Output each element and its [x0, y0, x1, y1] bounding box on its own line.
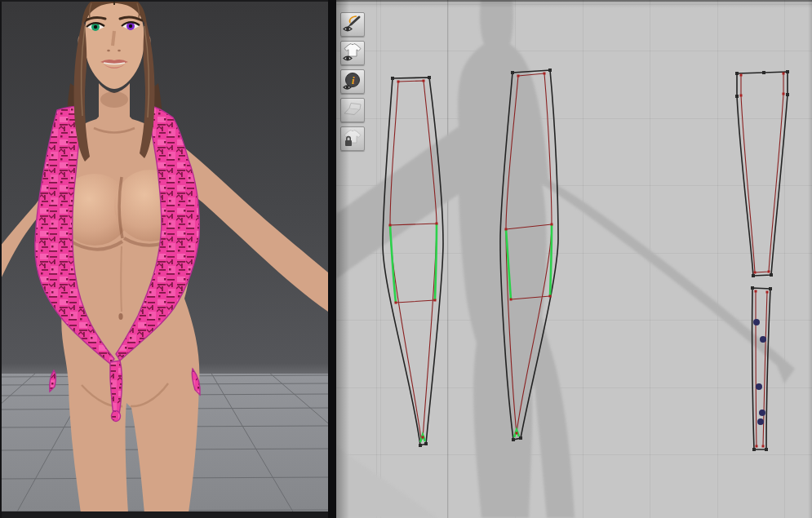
panel-divider[interactable]: [328, 0, 336, 518]
viewport-3d[interactable]: [0, 0, 328, 518]
lock-garment-button[interactable]: [340, 126, 365, 151]
pattern-vertices[interactable]: [391, 69, 789, 451]
pattern-pieces-layer: [336, 0, 812, 518]
avatar-3d-render: [0, 2, 328, 513]
show-pins-button[interactable]: [340, 12, 365, 37]
info-icon: i: [346, 73, 360, 87]
pattern-editor-2d[interactable]: i: [336, 0, 812, 518]
pattern-fold-icon: [344, 104, 361, 115]
eye-icon: [344, 27, 352, 31]
svg-text:i: i: [352, 74, 355, 86]
show-info-button[interactable]: i: [340, 69, 365, 94]
garment-design-app: i: [0, 0, 812, 518]
pattern-piece-button-strip[interactable]: [752, 288, 770, 449]
view-toolbar: i: [340, 12, 365, 151]
internal-line-vertices[interactable]: [389, 73, 785, 448]
show-garment-button[interactable]: [340, 41, 365, 65]
viewport-left-edge: [0, 2, 2, 518]
pattern-piece-left-strap[interactable]: [383, 77, 443, 445]
pin-visibility-icon: [347, 16, 359, 29]
pattern-piece-back-funnel[interactable]: [737, 72, 788, 276]
selected-seam-lines[interactable]: [506, 224, 552, 437]
viewport-bottom-edge: [0, 511, 328, 518]
pattern-piece-right-strap[interactable]: [500, 70, 558, 440]
eye-icon: [344, 86, 351, 89]
shirt-icon: [344, 44, 361, 57]
eye-icon: [344, 56, 352, 60]
show-pattern-button[interactable]: [340, 98, 365, 122]
